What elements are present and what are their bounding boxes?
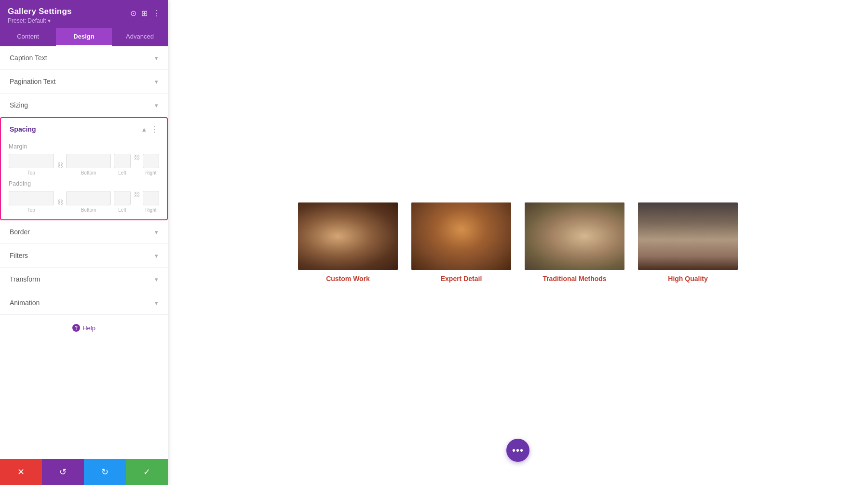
padding-right-input[interactable] xyxy=(143,191,159,205)
chevron-down-icon: ▾ xyxy=(155,276,158,283)
sidebar-header: Gallery Settings Preset: Default ▾ ⊙ ⊞ ⋮ xyxy=(0,0,168,28)
section-border[interactable]: Border ▾ xyxy=(0,220,168,244)
main-content: Custom Work Expert Detail Traditional Me… xyxy=(168,0,868,485)
section-transform-label: Transform xyxy=(10,275,40,283)
fab-dots: ••• xyxy=(512,445,524,456)
section-sizing[interactable]: Sizing ▾ xyxy=(0,94,168,117)
more-options-icon[interactable]: ⋮ xyxy=(151,125,158,134)
help-link[interactable]: ? Help xyxy=(0,324,168,332)
sidebar-tabs: Content Design Advanced xyxy=(0,28,168,46)
section-pagination-text[interactable]: Pagination Text ▾ xyxy=(0,70,168,94)
section-sizing-label: Sizing xyxy=(10,101,28,109)
section-pagination-text-label: Pagination Text xyxy=(10,78,55,85)
gallery-item-expert-detail: Expert Detail xyxy=(411,202,511,283)
padding-bottom-input[interactable] xyxy=(66,191,111,205)
section-animation-label: Animation xyxy=(10,299,40,307)
more-options-icon[interactable]: ⋮ xyxy=(152,9,160,18)
padding-bottom-label: Bottom xyxy=(81,207,96,213)
tab-content[interactable]: Content xyxy=(0,28,56,46)
section-animation[interactable]: Animation ▾ xyxy=(0,291,168,315)
collapse-icon[interactable]: ▴ xyxy=(142,125,146,134)
section-border-label: Border xyxy=(10,228,30,236)
link-icon-2[interactable]: ⛓ xyxy=(134,154,140,161)
gallery-item-high-quality: High Quality xyxy=(638,202,738,283)
help-icon: ? xyxy=(72,324,80,332)
margin-right-input[interactable] xyxy=(143,154,159,168)
gallery-caption-traditional-methods: Traditional Methods xyxy=(542,275,606,283)
redo-button[interactable]: ↻ xyxy=(84,459,126,485)
section-caption-text-label: Caption Text xyxy=(10,54,47,62)
section-transform[interactable]: Transform ▾ xyxy=(0,268,168,291)
margin-right-group: Right xyxy=(143,154,159,175)
padding-inputs: Top ⛓ Bottom Left ⛓ xyxy=(9,191,159,213)
gallery-caption-high-quality: High Quality xyxy=(668,275,707,283)
spacing-header-icons: ▴ ⋮ xyxy=(142,125,158,134)
action-bar: ✕ ↺ ↻ ✓ xyxy=(0,459,168,485)
chevron-down-icon: ▾ xyxy=(155,54,158,62)
padding-left-input[interactable] xyxy=(114,191,130,205)
spacing-header[interactable]: Spacing ▴ ⋮ xyxy=(1,118,167,138)
gallery-item-traditional-methods: Traditional Methods xyxy=(525,202,624,283)
layout-icon[interactable]: ⊞ xyxy=(141,9,148,18)
sidebar-footer: ? Help xyxy=(0,315,168,337)
padding-top-input[interactable] xyxy=(9,191,54,205)
gallery-image-custom-work xyxy=(298,202,398,270)
padding-right-label: Right xyxy=(145,207,156,213)
margin-bottom-label: Bottom xyxy=(81,170,96,175)
sidebar-body: Caption Text ▾ Pagination Text ▾ Sizing … xyxy=(0,46,168,485)
tab-advanced[interactable]: Advanced xyxy=(112,28,168,46)
margin-top-group: Top xyxy=(9,154,54,175)
gallery-caption-custom-work: Custom Work xyxy=(326,275,370,283)
padding-left-label: Left xyxy=(118,207,126,213)
link-icon[interactable]: ⛓ xyxy=(57,162,63,175)
section-spacing: Spacing ▴ ⋮ Margin Top ⛓ Botto xyxy=(0,117,168,220)
sidebar-preset[interactable]: Preset: Default ▾ xyxy=(8,17,72,24)
padding-bottom-group: Bottom xyxy=(66,191,111,213)
link-icon-3[interactable]: ⛓ xyxy=(57,199,63,213)
margin-top-input[interactable] xyxy=(9,154,54,168)
chevron-down-icon: ▾ xyxy=(155,229,158,236)
gallery-container: Custom Work Expert Detail Traditional Me… xyxy=(279,202,757,283)
padding-top-group: Top xyxy=(9,191,54,213)
margin-left-label: Left xyxy=(118,170,126,175)
gallery-image-expert-detail xyxy=(411,202,511,270)
spacing-title: Spacing xyxy=(10,125,36,133)
help-label: Help xyxy=(82,324,95,332)
fab-button[interactable]: ••• xyxy=(506,439,529,462)
save-button[interactable]: ✓ xyxy=(126,459,168,485)
undo-button[interactable]: ↺ xyxy=(42,459,84,485)
sidebar: Gallery Settings Preset: Default ▾ ⊙ ⊞ ⋮… xyxy=(0,0,168,485)
gallery-item-custom-work: Custom Work xyxy=(298,202,398,283)
margin-left-input[interactable] xyxy=(114,154,130,168)
gallery-caption-expert-detail: Expert Detail xyxy=(441,275,482,283)
chevron-down-icon: ▾ xyxy=(155,102,158,109)
sidebar-header-icons: ⊙ ⊞ ⋮ xyxy=(130,9,160,18)
sidebar-title: Gallery Settings xyxy=(8,7,72,16)
chevron-down-icon: ▾ xyxy=(155,299,158,307)
section-filters[interactable]: Filters ▾ xyxy=(0,244,168,268)
section-filters-label: Filters xyxy=(10,252,28,259)
margin-label: Margin xyxy=(9,143,159,150)
cancel-button[interactable]: ✕ xyxy=(0,459,42,485)
chevron-down-icon: ▾ xyxy=(155,252,158,259)
settings-icon[interactable]: ⊙ xyxy=(130,9,136,18)
gallery-image-high-quality xyxy=(638,202,738,270)
padding-group: Padding Top ⛓ Bottom Left xyxy=(1,180,167,213)
margin-bottom-group: Bottom xyxy=(66,154,111,175)
tab-design[interactable]: Design xyxy=(56,28,112,46)
link-icon-4[interactable]: ⛓ xyxy=(134,191,140,198)
chevron-down-icon: ▾ xyxy=(155,78,158,85)
margin-bottom-input[interactable] xyxy=(66,154,111,168)
margin-top-label: Top xyxy=(27,170,35,175)
padding-top-label: Top xyxy=(27,207,35,213)
padding-right-group: Right xyxy=(143,191,159,213)
padding-left-group: Left xyxy=(114,191,130,213)
margin-inputs: Top ⛓ Bottom Left ⛓ xyxy=(9,154,159,175)
padding-label: Padding xyxy=(9,180,159,187)
margin-group: Margin Top ⛓ Bottom Left xyxy=(1,143,167,175)
section-caption-text[interactable]: Caption Text ▾ xyxy=(0,46,168,70)
margin-right-label: Right xyxy=(145,170,156,175)
gallery-image-traditional-methods xyxy=(525,202,624,270)
margin-left-group: Left xyxy=(114,154,130,175)
